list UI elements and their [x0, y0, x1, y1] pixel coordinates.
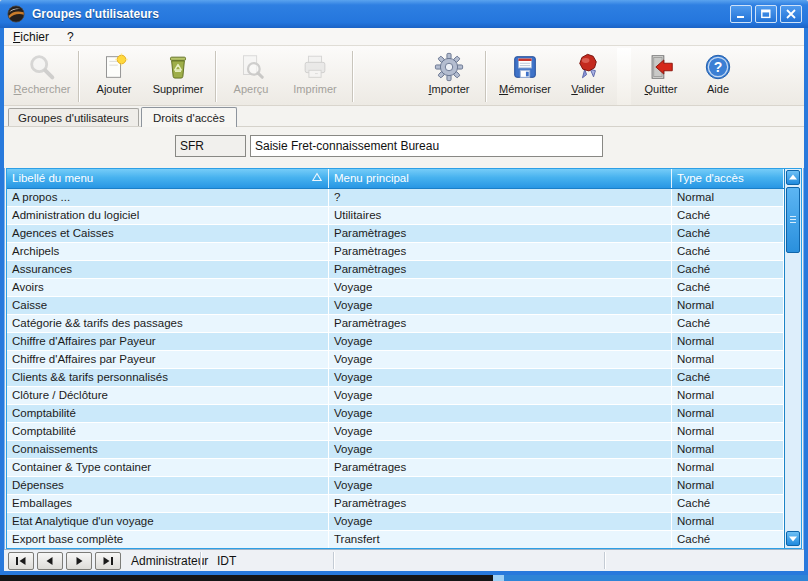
table-cell: Assurances	[7, 261, 329, 278]
vertical-scrollbar[interactable]	[784, 169, 801, 548]
table-cell: Export base complète	[7, 531, 329, 548]
table-row[interactable]: Chiffre d'Affaires par PayeurVoyageNorma…	[7, 351, 784, 369]
table-cell: Transfert	[329, 531, 672, 548]
toolbar-separator	[485, 51, 486, 102]
table-row[interactable]: Administration du logicielUtilitairesCac…	[7, 207, 784, 225]
table-cell: Normal	[672, 423, 784, 440]
table-row[interactable]: Agences et CaissesParamètragesCaché	[7, 225, 784, 243]
help-icon: ?	[702, 51, 734, 83]
quit-button[interactable]: Quitter	[632, 48, 690, 105]
table-cell: Caché	[672, 495, 784, 512]
group-code-field[interactable]	[175, 135, 246, 157]
toolbar-button-label: Quitter	[644, 83, 677, 95]
table-cell: Normal	[672, 459, 784, 476]
scroll-up-button[interactable]	[786, 170, 800, 185]
column-header[interactable]: Menu principal	[329, 169, 672, 188]
maximize-button[interactable]	[755, 5, 777, 23]
nav-last-button[interactable]	[95, 552, 121, 570]
menu-fichier[interactable]: Fichier	[4, 29, 58, 45]
navigator-divider	[333, 552, 334, 569]
table-row[interactable]: ConnaissementsVoyageNormal	[7, 441, 784, 459]
table-row[interactable]: Export base complèteTransfertCaché	[7, 531, 784, 549]
table-cell: Voyage	[329, 441, 672, 458]
table-cell: Chiffre d'Affaires par Payeur	[7, 351, 329, 368]
table-cell: Voyage	[329, 369, 672, 386]
table-cell: Caché	[672, 207, 784, 224]
close-button[interactable]	[780, 5, 802, 23]
table-row[interactable]: Container & Type containerParamétragesNo…	[7, 459, 784, 477]
toolbar-button-label: Aide	[707, 83, 729, 95]
table-cell: Normal	[672, 333, 784, 350]
toolbar-button-label: Mémoriser	[499, 83, 551, 95]
table-row[interactable]: Etat Analytique d'un voyageVoyageNormal	[7, 513, 784, 531]
toolbar-button-label: Ajouter	[97, 83, 132, 95]
table-cell: Dépenses	[7, 477, 329, 494]
table-cell: Voyage	[329, 477, 672, 494]
delete-trash-icon	[162, 51, 194, 83]
table-row[interactable]: ComptabilitéVoyageNormal	[7, 423, 784, 441]
table-row[interactable]: Chiffre d'Affaires par PayeurVoyageNorma…	[7, 333, 784, 351]
table-cell: Avoirs	[7, 279, 329, 296]
validate-seal-icon	[572, 51, 604, 83]
table-row[interactable]: Clôture / DéclôtureVoyageNormal	[7, 387, 784, 405]
table-cell: Voyage	[329, 333, 672, 350]
nav-prev-button[interactable]	[37, 552, 63, 570]
table-row[interactable]: AvoirsVoyageCaché	[7, 279, 784, 297]
group-header-pane	[4, 127, 804, 168]
table-row[interactable]: DépensesVoyageNormal	[7, 477, 784, 495]
table-row[interactable]: ComptabilitéVoyageNormal	[7, 405, 784, 423]
scroll-thumb[interactable]	[786, 187, 800, 253]
toolbar: RechercherAjouterSupprimerAperçuImprimer…	[4, 46, 804, 106]
column-header[interactable]: Libellé du menu	[7, 169, 329, 188]
preview-button: Aperçu	[220, 48, 282, 105]
table-cell: Normal	[672, 297, 784, 314]
delete-button[interactable]: Supprimer	[145, 48, 211, 105]
table-cell: Clôture / Déclôture	[7, 387, 329, 404]
table-cell: Voyage	[329, 297, 672, 314]
app-logo-icon	[6, 4, 26, 24]
table-row[interactable]: A propos ...?Normal	[7, 189, 784, 207]
table-row[interactable]: ArchipelsParamètragesCaché	[7, 243, 784, 261]
tab-groupes-utilisateurs[interactable]: Groupes d'utilisateurs	[8, 108, 139, 126]
table-cell: Voyage	[329, 387, 672, 404]
minimize-button[interactable]	[730, 5, 752, 23]
table-row[interactable]: Catégorie && tarifs des passagesParamètr…	[7, 315, 784, 333]
tab-droits-acces[interactable]: Droits d'accès	[141, 107, 237, 127]
add-button[interactable]: Ajouter	[83, 48, 145, 105]
table-cell: Normal	[672, 405, 784, 422]
toolbar-button-label: Aperçu	[234, 83, 269, 95]
table-cell: Voyage	[329, 279, 672, 296]
validate-button[interactable]: Valider	[560, 48, 616, 105]
table-row[interactable]: EmballagesParamètragesCaché	[7, 495, 784, 513]
help-button[interactable]: ?Aide	[690, 48, 746, 105]
navigator-divider	[200, 552, 201, 569]
table-cell: Caisse	[7, 297, 329, 314]
import-button[interactable]: Importer	[417, 48, 481, 105]
table-cell: Catégorie && tarifs des passages	[7, 315, 329, 332]
record-nav-buttons	[4, 552, 121, 570]
record-navigator-bar: Administrateur IDT	[4, 549, 804, 571]
search-icon	[26, 51, 58, 83]
save-floppy-icon	[509, 51, 541, 83]
column-header[interactable]: Type d'accès	[672, 169, 784, 188]
app-window: Groupes d'utilisateurs Fichier? Recherch…	[0, 0, 808, 575]
table-cell: Normal	[672, 477, 784, 494]
nav-first-button[interactable]	[8, 552, 34, 570]
table-row[interactable]: CaisseVoyageNormal	[7, 297, 784, 315]
group-name-field[interactable]	[250, 135, 603, 157]
table-row[interactable]: AssurancesParamètragesCaché	[7, 261, 784, 279]
table-cell: Caché	[672, 261, 784, 278]
access-rights-table: Libellé du menuMenu principalType d'accè…	[6, 168, 802, 549]
nav-next-button[interactable]	[66, 552, 92, 570]
scroll-down-button[interactable]	[786, 531, 800, 546]
table-cell: Voyage	[329, 423, 672, 440]
table-cell: Paramètrages	[329, 225, 672, 242]
table-cell: Paramètrages	[329, 315, 672, 332]
menu-help[interactable]: ?	[58, 29, 83, 45]
svg-text:?: ?	[714, 59, 723, 75]
save-button[interactable]: Mémoriser	[490, 48, 560, 105]
table-cell: Normal	[672, 387, 784, 404]
table-row[interactable]: Clients && tarifs personnalisésVoyageCac…	[7, 369, 784, 387]
table-cell: Connaissements	[7, 441, 329, 458]
table-cell: Agences et Caisses	[7, 225, 329, 242]
